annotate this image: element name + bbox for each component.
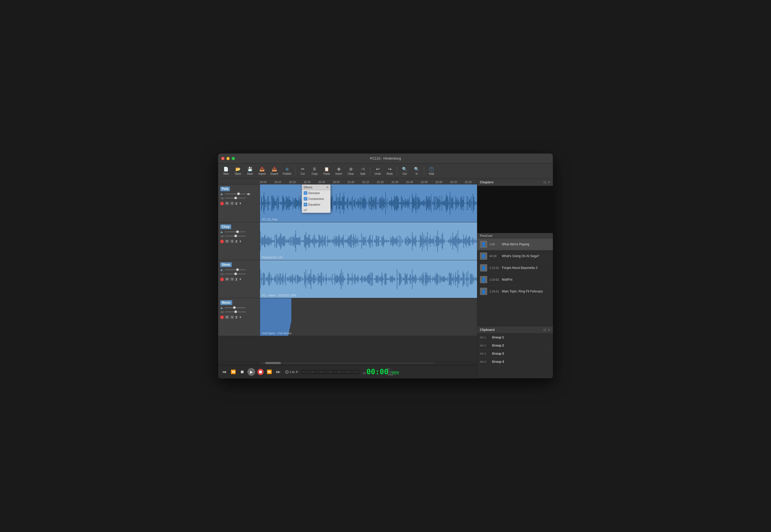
export-button[interactable]: 📤 Export xyxy=(268,166,280,176)
zoom-out-button[interactable]: 🔍 Out xyxy=(399,166,410,176)
track-waveform-pete[interactable]: Effects ✕ Denoiser Compressor xyxy=(260,184,477,222)
skip-forward-button[interactable]: ⏭ xyxy=(275,369,281,375)
eq-icon-music[interactable]: ⧗ xyxy=(235,315,238,319)
pan-slider-pete[interactable] xyxy=(225,198,246,199)
chevron-icon-steve[interactable]: ▼ xyxy=(239,278,242,281)
pan-slider-steve[interactable] xyxy=(225,274,246,274)
import-button[interactable]: 📥 Import xyxy=(256,166,268,176)
clipboard-item-3[interactable]: Alt+4 Group 4 xyxy=(477,358,553,366)
solo-btn-pete[interactable]: S xyxy=(230,202,234,205)
open-button[interactable]: 📂 Open xyxy=(232,166,244,176)
publish-button[interactable]: ⊕ Publish xyxy=(281,166,293,176)
clipboard-settings-icon[interactable]: ⊡ xyxy=(543,328,546,332)
redo-button[interactable]: ↪ Redo xyxy=(384,166,395,176)
vol-slider-music[interactable] xyxy=(225,307,246,308)
denoiser-checkbox[interactable] xyxy=(304,191,307,195)
chapters-close-icon[interactable]: ✕ xyxy=(548,180,550,184)
clipboard-item-0[interactable]: Alt+1 Group 1 xyxy=(477,333,553,342)
minimize-button[interactable] xyxy=(226,157,230,160)
rewind-button[interactable]: ⏪ xyxy=(230,368,237,375)
compressor-checkbox[interactable] xyxy=(304,197,307,201)
help-button[interactable]: ? Help xyxy=(426,166,437,176)
new-button[interactable]: 📄 New xyxy=(220,166,232,176)
track-waveform-music[interactable]: 8-bit Game – Full Version xyxy=(260,298,477,336)
svg-rect-980 xyxy=(460,278,461,281)
svg-rect-799 xyxy=(330,278,330,280)
svg-rect-611 xyxy=(411,240,412,242)
vol-slider-steve[interactable] xyxy=(225,269,246,270)
vol-slider-pete[interactable] xyxy=(225,194,246,194)
chapters-settings-icon[interactable]: ⊡ xyxy=(543,180,546,184)
maximize-button[interactable] xyxy=(232,157,235,160)
svg-rect-568 xyxy=(380,240,381,242)
record-btn-pete[interactable] xyxy=(220,202,224,205)
split-button[interactable]: ⊣ Split xyxy=(357,166,369,176)
chapter-item-2[interactable]: 👤 1:13:32 Forget About Bayonetta 3 xyxy=(477,262,553,274)
save-button[interactable]: 💾 Save xyxy=(244,166,256,176)
eq-icon-pete[interactable]: ⧗ xyxy=(235,201,238,206)
svg-rect-951 xyxy=(439,275,440,283)
speed-stepper[interactable] xyxy=(296,371,298,373)
cut-button[interactable]: ✂ Cut xyxy=(297,166,308,176)
svg-rect-329 xyxy=(438,199,439,208)
stop-button[interactable]: ⏹ xyxy=(239,369,245,375)
solo-btn-steve[interactable]: S xyxy=(230,278,234,281)
chapter-item-1[interactable]: 👤 44:30 What's Going On At Sega? xyxy=(477,250,553,262)
chapter-item-4[interactable]: 👤 1:24:21 Main Topic: Ring Fit February xyxy=(477,286,553,297)
svg-rect-949 xyxy=(438,275,439,283)
record-btn-chuy[interactable] xyxy=(220,240,224,243)
time-value: – xyxy=(394,373,396,376)
skip-back-button[interactable]: ⏮ xyxy=(221,369,228,375)
mute-btn-music[interactable]: M xyxy=(225,315,229,319)
clipboard-item-1[interactable]: Alt+2 Group 2 xyxy=(477,342,553,350)
clipboard-close-icon[interactable]: ✕ xyxy=(548,328,550,332)
chevron-icon-pete[interactable]: ▼ xyxy=(239,202,242,205)
clipboard-item-2[interactable]: Alt+3 Group 3 xyxy=(477,350,553,358)
close-button[interactable] xyxy=(221,157,224,160)
speed-up-icon[interactable] xyxy=(296,371,298,372)
horizontal-scrollbar[interactable] xyxy=(218,361,477,365)
equalizer-checkbox[interactable] xyxy=(304,203,307,206)
eq-icon-steve[interactable]: ⧗ xyxy=(235,277,238,281)
chevron-icon-chuy[interactable]: ▼ xyxy=(239,240,242,243)
svg-rect-898 xyxy=(401,276,402,282)
pan-slider-music[interactable] xyxy=(225,312,246,312)
solo-btn-chuy[interactable]: S xyxy=(230,240,234,243)
window-controls[interactable] xyxy=(221,157,235,160)
effects-close-button[interactable]: ✕ xyxy=(326,186,329,189)
effect-item-equalizer[interactable]: Equalizer xyxy=(302,202,330,207)
record-button[interactable] xyxy=(257,369,264,375)
paste-button[interactable]: 📋 Paste xyxy=(321,166,332,176)
play-button[interactable]: ▶ xyxy=(247,368,255,376)
mute-btn-pete[interactable]: M xyxy=(225,202,229,205)
fast-forward-button[interactable]: ⏩ xyxy=(266,368,273,375)
undo-button[interactable]: ↩ Undo xyxy=(372,166,383,176)
record-btn-steve[interactable] xyxy=(220,278,224,281)
redo-label: Redo xyxy=(387,172,393,175)
eq-icon-chuy[interactable]: ⧗ xyxy=(235,239,238,244)
clear-button[interactable]: ⊘ Clear xyxy=(345,166,356,176)
svg-rect-691 xyxy=(469,236,470,246)
mute-btn-steve[interactable]: M xyxy=(225,278,229,281)
svg-rect-690 xyxy=(468,237,469,246)
chevron-icon-music[interactable]: ▼ xyxy=(239,315,242,319)
effect-item-denoiser[interactable]: Denoiser xyxy=(302,190,330,196)
copy-button[interactable]: ⎘ Copy xyxy=(309,166,320,176)
track-waveform-chuy[interactable]: PotsCast Ep. 110 xyxy=(260,222,477,260)
track-row-chuy: Chuy 🔈 ◁▷ xyxy=(218,222,477,260)
record-btn-music[interactable] xyxy=(220,315,224,319)
effect-item-compressor[interactable]: Compressor xyxy=(302,196,330,202)
scrollbar-thumb[interactable] xyxy=(265,362,281,364)
track-waveform-steve[interactable]: PC – Steve – 20210131 1545 xyxy=(260,260,477,298)
insert-button[interactable]: ⊕ Insert xyxy=(333,166,344,176)
vol-slider-chuy[interactable] xyxy=(225,231,246,232)
chapter-item-3[interactable]: 👤 1:16:02 MailPot xyxy=(477,274,553,286)
clipboard-shortcut-2: Alt+3 xyxy=(480,352,490,355)
mute-btn-chuy[interactable]: M xyxy=(225,240,229,243)
chapter-item-0[interactable]: 👤 3:06 What We're Playing xyxy=(477,239,553,250)
pan-slider-chuy[interactable] xyxy=(225,236,246,236)
speed-down-icon[interactable] xyxy=(296,372,298,373)
svg-rect-657 xyxy=(445,241,445,242)
zoom-in-button[interactable]: 🔍 In xyxy=(411,166,422,176)
solo-btn-music[interactable]: S xyxy=(230,315,234,319)
